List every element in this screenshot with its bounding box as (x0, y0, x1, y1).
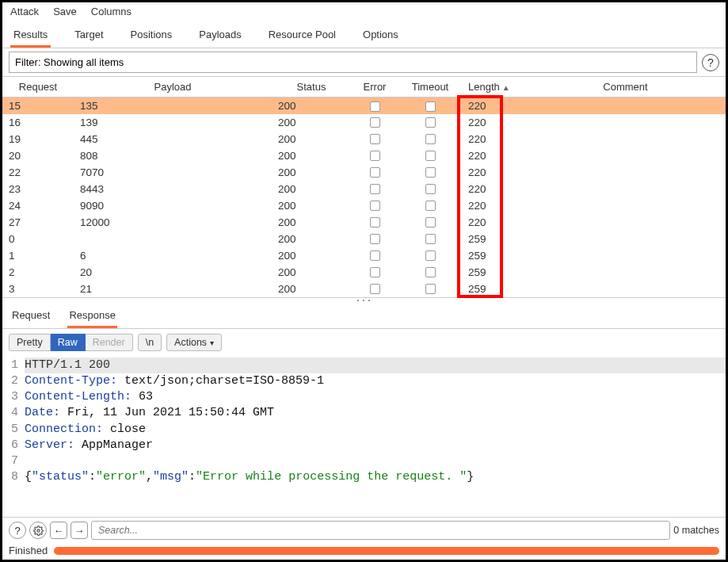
error-checkbox[interactable] (370, 184, 380, 194)
table-row[interactable]: 2712000200220 (2, 214, 726, 231)
message-tabs: Request Response (2, 303, 726, 329)
filter-input[interactable] (9, 52, 697, 73)
col-comment[interactable]: Comment (525, 77, 726, 97)
filter-bar: ? (2, 48, 726, 77)
tab-response[interactable]: Response (67, 304, 117, 328)
col-status[interactable]: Status (272, 77, 351, 97)
menu-bar: Attack Save Columns (2, 2, 726, 21)
results-table-wrap: Request Payload Status Error Timeout Len… (2, 77, 726, 298)
col-length[interactable]: Length▲ (462, 77, 525, 97)
timeout-checkbox[interactable] (425, 284, 436, 294)
response-search-input[interactable] (91, 521, 670, 540)
response-search-bar: ? ← → 0 matches (2, 517, 726, 543)
view-mode-bar: Pretty Raw Render \n Actions ▾ (2, 329, 726, 356)
menu-attack[interactable]: Attack (10, 6, 39, 17)
table-row[interactable]: 0200259 (2, 231, 726, 247)
table-row[interactable]: 20808200220 (2, 147, 726, 164)
results-table: Request Payload Status Error Timeout Len… (2, 77, 726, 297)
col-error[interactable]: Error (351, 77, 398, 97)
timeout-checkbox[interactable] (425, 151, 436, 161)
timeout-checkbox[interactable] (425, 184, 436, 194)
table-row[interactable]: 227070200220 (2, 164, 726, 181)
table-row[interactable]: 321200259 (2, 281, 726, 297)
error-checkbox[interactable] (370, 234, 380, 244)
error-checkbox[interactable] (370, 267, 380, 277)
match-count: 0 matches (673, 525, 719, 536)
timeout-checkbox[interactable] (425, 134, 436, 144)
view-render[interactable]: Render (86, 334, 133, 351)
progress-bar (54, 547, 719, 555)
tab-results[interactable]: Results (10, 24, 51, 48)
table-header-row: Request Payload Status Error Timeout Len… (2, 77, 726, 97)
timeout-checkbox[interactable] (425, 117, 436, 128)
menu-save[interactable]: Save (53, 6, 77, 17)
error-checkbox[interactable] (370, 284, 380, 294)
table-row[interactable]: 16200259 (2, 247, 726, 264)
table-row[interactable]: 220200259 (2, 264, 726, 281)
error-checkbox[interactable] (370, 134, 380, 144)
newline-toggle[interactable]: \n (138, 334, 162, 351)
tab-request[interactable]: Request (10, 304, 51, 328)
view-raw[interactable]: Raw (51, 334, 86, 351)
tab-positions[interactable]: Positions (128, 24, 176, 48)
timeout-checkbox[interactable] (425, 234, 436, 244)
main-tabs: Results Target Positions Payloads Resour… (2, 21, 726, 48)
col-payload[interactable]: Payload (74, 77, 272, 97)
help-icon[interactable]: ? (702, 54, 719, 71)
gear-icon[interactable] (29, 522, 47, 539)
status-label: Finished (9, 545, 48, 556)
chevron-down-icon: ▾ (210, 338, 214, 347)
error-checkbox[interactable] (370, 217, 380, 227)
table-row[interactable]: 15135200220 (2, 97, 726, 114)
status-bar: Finished (2, 543, 726, 560)
next-match-button[interactable]: → (71, 522, 88, 539)
timeout-checkbox[interactable] (425, 250, 436, 261)
tab-target[interactable]: Target (71, 24, 106, 48)
menu-columns[interactable]: Columns (91, 6, 131, 17)
help-icon[interactable]: ? (9, 522, 26, 539)
error-checkbox[interactable] (370, 250, 380, 261)
col-timeout[interactable]: Timeout (398, 77, 462, 97)
table-row[interactable]: 19445200220 (2, 131, 726, 147)
svg-point-0 (36, 529, 39, 531)
table-row[interactable]: 249090200220 (2, 197, 726, 214)
view-pretty[interactable]: Pretty (9, 334, 51, 351)
error-checkbox[interactable] (370, 167, 380, 178)
prev-match-button[interactable]: ← (50, 522, 67, 539)
timeout-checkbox[interactable] (425, 167, 436, 178)
col-request[interactable]: Request (2, 77, 74, 97)
error-checkbox[interactable] (370, 101, 380, 112)
table-row[interactable]: 238443200220 (2, 181, 726, 197)
tab-payloads[interactable]: Payloads (196, 24, 244, 48)
response-raw-view[interactable]: 1HTTP/1.1 2002Content-Type: text/json;ch… (2, 356, 726, 518)
timeout-checkbox[interactable] (425, 267, 436, 277)
sort-asc-icon: ▲ (502, 83, 510, 92)
tab-resource-pool[interactable]: Resource Pool (265, 24, 339, 48)
timeout-checkbox[interactable] (425, 217, 436, 227)
error-checkbox[interactable] (370, 117, 380, 128)
error-checkbox[interactable] (370, 151, 380, 161)
timeout-checkbox[interactable] (425, 201, 436, 211)
error-checkbox[interactable] (370, 201, 380, 211)
tab-options[interactable]: Options (360, 24, 402, 48)
timeout-checkbox[interactable] (425, 101, 436, 112)
actions-menu[interactable]: Actions ▾ (166, 334, 221, 351)
table-row[interactable]: 16139200220 (2, 114, 726, 131)
